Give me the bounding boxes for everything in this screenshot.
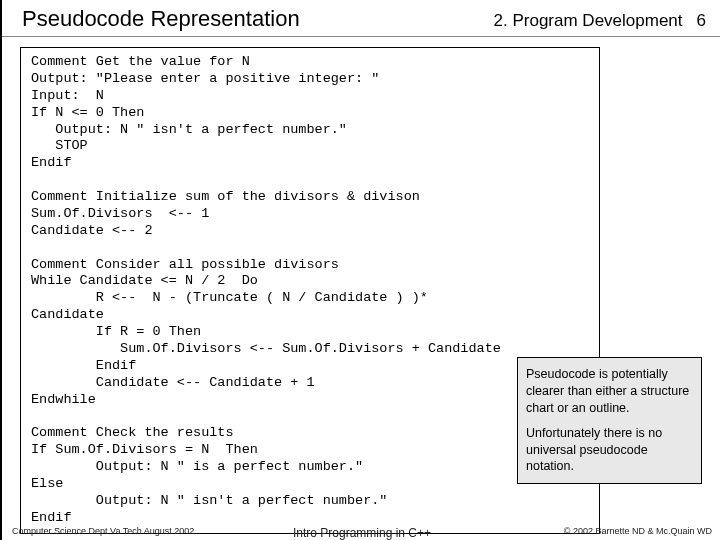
slide-header: Pseudocode Representation 2. Program Dev… — [2, 0, 720, 37]
pseudocode-box: Comment Get the value for N Output: "Ple… — [20, 47, 600, 534]
footer-left: Computer Science Dept Va Tech August 200… — [12, 526, 194, 536]
note-paragraph-2: Unfortunately there is no universal pseu… — [526, 425, 693, 476]
note-paragraph-1: Pseudocode is potentially clearer than e… — [526, 366, 693, 417]
title-left: Pseudocode Representation — [22, 6, 300, 32]
note-box: Pseudocode is potentially clearer than e… — [517, 357, 702, 484]
title-right: 2. Program Development — [494, 11, 683, 31]
footer-center: Intro Programming in C++ — [293, 526, 431, 540]
footer-right: © 2002 Barnette ND & Mc.Quain WD — [564, 526, 712, 536]
slide-footer: Computer Science Dept Va Tech August 200… — [2, 526, 720, 536]
page-number: 6 — [697, 11, 706, 31]
slide-content: Comment Get the value for N Output: "Ple… — [2, 37, 720, 534]
slide: Pseudocode Representation 2. Program Dev… — [0, 0, 720, 540]
